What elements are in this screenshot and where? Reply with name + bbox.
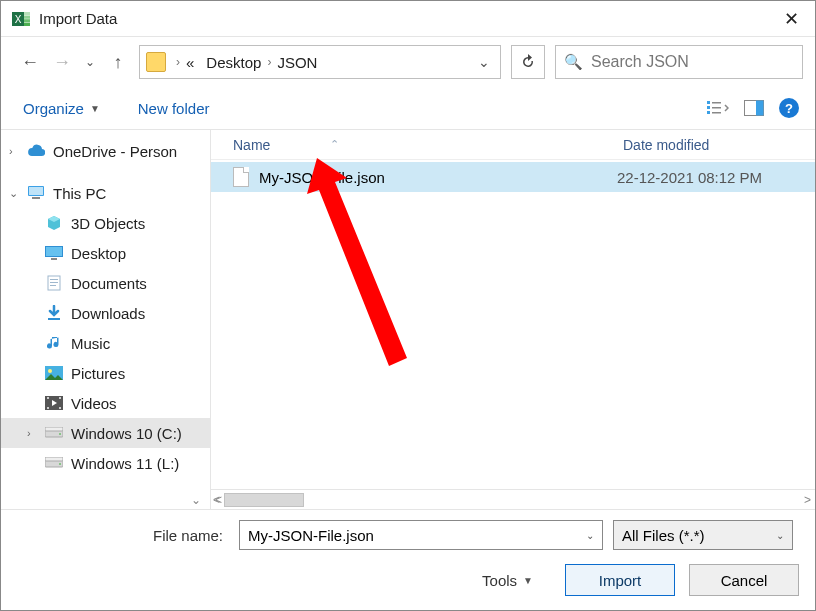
svg-rect-33 xyxy=(45,427,63,431)
tree-item-desktop[interactable]: Desktop xyxy=(1,238,210,268)
tree-item-label: Music xyxy=(71,335,110,352)
svg-rect-29 xyxy=(47,407,49,409)
file-type-filter[interactable]: All Files (*.*) ⌄ xyxy=(613,520,793,550)
pc-icon xyxy=(27,184,45,202)
folder-icon xyxy=(146,52,166,72)
svg-rect-7 xyxy=(707,106,710,109)
back-button[interactable]: ← xyxy=(19,52,41,73)
close-button[interactable]: ✕ xyxy=(778,8,805,30)
breadcrumb-item-desktop[interactable]: Desktop xyxy=(206,54,261,71)
file-row[interactable]: My-JSON-File.json22-12-2021 08:12 PM xyxy=(211,162,815,192)
view-options-button[interactable] xyxy=(707,97,729,119)
svg-rect-9 xyxy=(712,102,721,104)
svg-point-34 xyxy=(59,433,61,435)
filename-label: File name: xyxy=(17,527,229,544)
breadcrumb-dropdown[interactable]: ⌄ xyxy=(478,54,494,70)
drive-icon xyxy=(45,424,63,442)
column-date-modified[interactable]: Date modified xyxy=(623,137,815,153)
svg-rect-3 xyxy=(24,15,30,18)
refresh-button[interactable] xyxy=(511,45,545,79)
file-list[interactable]: My-JSON-File.json22-12-2021 08:12 PM xyxy=(211,160,815,489)
downloads-icon xyxy=(45,304,63,322)
pictures-icon xyxy=(45,364,63,382)
tree-item-pictures[interactable]: Pictures xyxy=(1,358,210,388)
chevron-right-icon: › xyxy=(170,55,186,69)
tree-item-onedrive-person[interactable]: ›OneDrive - Person xyxy=(1,136,210,166)
tree-item-documents[interactable]: Documents xyxy=(1,268,210,298)
svg-rect-24 xyxy=(48,318,60,320)
svg-rect-15 xyxy=(29,187,43,195)
tree-item-label: Documents xyxy=(71,275,147,292)
search-placeholder: Search JSON xyxy=(591,53,689,71)
file-icon xyxy=(233,167,249,187)
footer: File name: My-JSON-File.json ⌄ All Files… xyxy=(1,510,815,610)
breadcrumb-item-json[interactable]: JSON xyxy=(277,54,317,71)
svg-rect-11 xyxy=(712,112,721,114)
tree-item-label: This PC xyxy=(53,185,106,202)
horizontal-scrollbar[interactable]: <> xyxy=(211,489,815,509)
tree-item-label: Videos xyxy=(71,395,117,412)
tree-item-label: Downloads xyxy=(71,305,145,322)
chevron-right-icon[interactable]: › xyxy=(27,427,31,439)
filter-dropdown-icon[interactable]: ⌄ xyxy=(776,530,784,541)
tree-item-windows-11-l-[interactable]: Windows 11 (L:) xyxy=(1,448,210,478)
tree-expand-toggle[interactable]: ⌄ xyxy=(191,493,201,507)
3d-icon xyxy=(45,214,63,232)
up-button[interactable]: ↑ xyxy=(107,52,129,73)
drive-icon xyxy=(45,454,63,472)
nav-row: ← → ⌄ ↑ › « Desktop › JSON ⌄ 🔍 Search JS… xyxy=(1,37,815,87)
tree-item-label: Windows 11 (L:) xyxy=(71,455,179,472)
excel-icon: X xyxy=(11,9,31,29)
svg-rect-18 xyxy=(46,247,62,256)
desktop-icon xyxy=(45,244,63,262)
tree-item-windows-10-c-[interactable]: ›Windows 10 (C:) xyxy=(1,418,210,448)
forward-button[interactable]: → xyxy=(51,52,73,73)
svg-point-37 xyxy=(59,463,61,465)
toolbar: Organize▼ New folder ? xyxy=(1,87,815,129)
chevron-right-icon[interactable]: › xyxy=(9,145,13,157)
sort-indicator-icon: ⌃ xyxy=(330,138,339,151)
history-dropdown[interactable]: ⌄ xyxy=(83,55,97,69)
svg-rect-16 xyxy=(32,197,40,199)
search-input[interactable]: 🔍 Search JSON xyxy=(555,45,803,79)
filename-input[interactable]: My-JSON-File.json ⌄ xyxy=(239,520,603,550)
svg-rect-8 xyxy=(707,111,710,114)
file-pane: Name ⌃ Date modified My-JSON-File.json22… xyxy=(211,130,815,509)
tree-item-3d-objects[interactable]: 3D Objects xyxy=(1,208,210,238)
tools-menu[interactable]: Tools▼ xyxy=(482,572,533,589)
tree-item-downloads[interactable]: Downloads xyxy=(1,298,210,328)
svg-rect-30 xyxy=(59,397,61,399)
tree-item-this-pc[interactable]: ⌄This PC xyxy=(1,178,210,208)
filename-dropdown-icon[interactable]: ⌄ xyxy=(586,530,594,541)
preview-pane-button[interactable] xyxy=(743,97,765,119)
breadcrumb[interactable]: › « Desktop › JSON ⌄ xyxy=(139,45,501,79)
import-button[interactable]: Import xyxy=(565,564,675,596)
cancel-button[interactable]: Cancel xyxy=(689,564,799,596)
titlebar: X Import Data ✕ xyxy=(1,1,815,37)
window-title: Import Data xyxy=(39,10,778,27)
chevron-down-icon[interactable]: ⌄ xyxy=(9,187,18,200)
tree-item-music[interactable]: Music xyxy=(1,328,210,358)
navigation-tree[interactable]: ›OneDrive - Person⌄This PC3D ObjectsDesk… xyxy=(1,130,211,509)
svg-rect-19 xyxy=(51,258,57,260)
svg-rect-23 xyxy=(50,285,56,286)
help-button[interactable]: ? xyxy=(779,98,799,118)
column-name[interactable]: Name xyxy=(233,137,270,153)
tree-item-label: Pictures xyxy=(71,365,125,382)
svg-rect-36 xyxy=(45,457,63,461)
svg-point-26 xyxy=(48,369,52,373)
file-name: My-JSON-File.json xyxy=(259,169,617,186)
tree-item-label: 3D Objects xyxy=(71,215,145,232)
tree-item-videos[interactable]: Videos xyxy=(1,388,210,418)
organize-menu[interactable]: Organize▼ xyxy=(23,100,100,117)
tree-item-label: OneDrive - Person xyxy=(53,143,177,160)
column-headers[interactable]: Name ⌃ Date modified xyxy=(211,130,815,160)
body: ›OneDrive - Person⌄This PC3D ObjectsDesk… xyxy=(1,129,815,510)
tree-item-label: Desktop xyxy=(71,245,126,262)
new-folder-button[interactable]: New folder xyxy=(138,100,210,117)
breadcrumb-prefix: « xyxy=(186,54,194,71)
svg-rect-31 xyxy=(59,407,61,409)
svg-rect-22 xyxy=(50,282,58,283)
cloud-icon xyxy=(27,142,45,160)
tree-scroll-left[interactable]: < xyxy=(213,493,220,507)
